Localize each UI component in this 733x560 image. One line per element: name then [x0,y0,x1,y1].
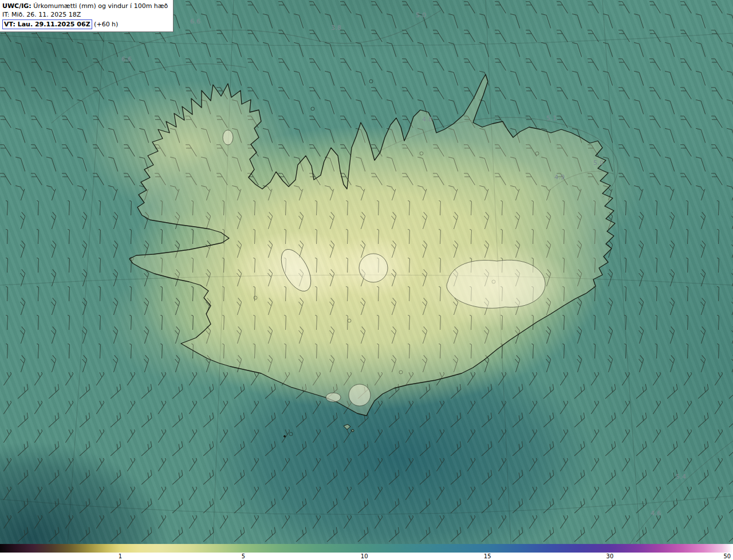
colorbar-tick: 50 [723,553,731,560]
colorbar-ticks: 1 5 10 15 30 50 [0,553,733,560]
contour-label: 6.6 [121,56,132,63]
valid-time: VT: Lau. 29.11.2025 06Z (+60 h) [2,19,168,29]
glacier-hofsjokull [359,254,388,282]
map-overlay-svg [0,0,733,544]
colorbar-gradient [0,544,733,553]
model-name: UWC/IG: [2,2,31,10]
colorbar-tick: 1 [119,553,122,560]
contour-label: 4.6 [651,510,661,517]
glacier-eyjafjallajokull [326,393,341,402]
colorbar-tick: 15 [484,553,491,560]
colorbar-tick: 30 [606,553,614,560]
glacier-myrdalsjokull [349,384,371,406]
map-area: 4.6 6.6 3.8 5.0 6.6 4.8 5.1 5.0 4.9 5.4 … [0,0,733,544]
map-title-text: Úrkomumætti (mm) og vindur í 100m hæð [31,2,168,10]
glacier-vatnajokull [447,260,545,308]
contour-label: 5.4 [676,473,686,480]
valid-time-main: VT: Lau. 29.11.2025 06Z [2,19,92,29]
glacier-drangajokull [223,130,233,145]
colorbar: 1 5 10 15 30 50 [0,544,733,560]
contour-label: 5.1 [546,115,557,122]
weather-map-screen: 4.6 6.6 3.8 5.0 6.6 4.8 5.1 5.0 4.9 5.4 … [0,0,733,560]
map-title: UWC/IG: Úrkomumætti (mm) og vindur í 100… [2,2,168,10]
contour-label: 5.0 [593,159,604,167]
colorbar-tick: 10 [361,553,368,560]
contour-label: 3.8 [331,24,341,31]
init-time: IT: Mið. 26. 11. 2025 18Z [2,10,168,19]
contour-label: 4.8 [422,116,432,123]
colorbar-tick: 5 [242,553,245,560]
forecast-info-box: UWC/IG: Úrkomumætti (mm) og vindur í 100… [0,0,174,32]
contour-label: 4.9 [554,173,565,181]
contour-label: 5.0 [416,11,426,19]
valid-time-offset: (+60 h) [92,21,119,28]
contour-label: 6.6 [190,18,200,25]
